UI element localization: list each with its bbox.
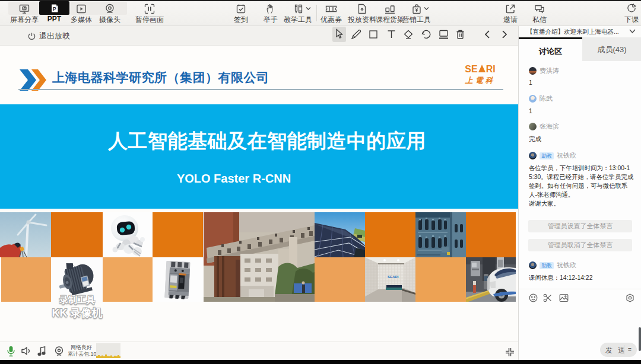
svg-text:SEARI: SEARI xyxy=(388,275,399,279)
svg-text:P: P xyxy=(53,6,56,12)
